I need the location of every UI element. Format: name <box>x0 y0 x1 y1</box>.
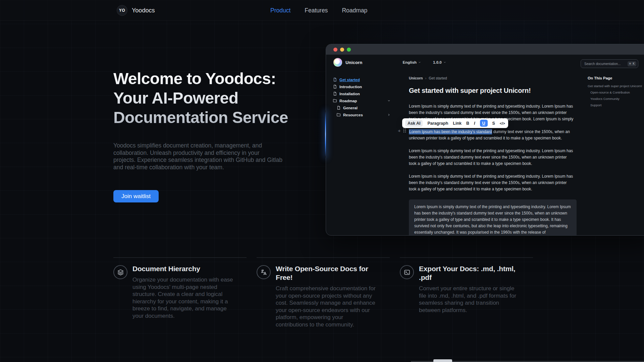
sidebar-item-label: Roadmap <box>339 99 357 103</box>
window-titlebar <box>326 44 644 55</box>
feature-body: Organize your documentation with ease us… <box>132 276 234 319</box>
breadcrumb-parent[interactable]: Unicorn <box>409 76 423 80</box>
folder-icon <box>336 113 341 117</box>
toc-title: On This Page <box>588 76 644 80</box>
document-icon <box>333 77 337 82</box>
nav-link-roadmap[interactable]: Roadmap <box>342 7 367 14</box>
window-minimize-button[interactable] <box>340 48 344 52</box>
link-button[interactable]: Link <box>453 121 462 126</box>
sidebar-item-label: Introduction <box>339 85 362 89</box>
doc-page-title: Get started with super project Unicorn! <box>409 87 577 95</box>
doc-paragraph-2[interactable]: Lorem Ipsum is simply dummy text of the … <box>409 148 574 167</box>
search-box[interactable]: ⌘ K <box>581 59 638 68</box>
feature-body: Convert your entire structure or single … <box>419 285 520 314</box>
feature-document-hierarchy: Document Hierarchy Organize your documen… <box>113 257 247 328</box>
feature-title: Export Your Docs: .md, .html, .pdf <box>419 264 520 282</box>
feature-text: Write Open-Source Docs for Free! Craft c… <box>276 264 377 328</box>
feature-text: Document Hierarchy Organize your documen… <box>132 264 234 319</box>
breadcrumb-separator-icon: › <box>425 76 427 80</box>
add-block-button[interactable]: + <box>398 128 401 133</box>
feature-export-docs: Export Your Docs: .md, .html, .pdf Conve… <box>400 257 533 328</box>
window-edge-glow <box>325 111 326 158</box>
brand-name: Yoodocs <box>132 7 155 14</box>
hero-title-line-3: Documentation Service <box>113 108 288 127</box>
search-input[interactable] <box>584 62 628 66</box>
doc-paragraph-3[interactable]: Lorem Ipsum is simply dummy text of the … <box>409 173 574 192</box>
brand-logo-icon: YO <box>117 5 127 16</box>
landing-page: YO Yoodocs Product Features Roadmap Welc… <box>0 0 644 362</box>
ask-ai-button[interactable]: Ask AI <box>405 120 423 127</box>
sidebar-item-general[interactable]: General <box>336 104 390 111</box>
docs-sidebar: Get started Introduction Installation Ro… <box>326 70 403 118</box>
toc-link-community[interactable]: Yoodocs Community <box>588 97 644 101</box>
version-dropdown-value: 1.0.0 <box>433 60 442 64</box>
sidebar-item-label: General <box>343 106 358 110</box>
app-window: Unicorn English 1.0.0 ⌘ K Get started In… <box>326 44 644 236</box>
sidebar-item-label: Resources <box>343 113 363 117</box>
chevron-down-icon <box>418 61 421 64</box>
window-close-button[interactable] <box>333 48 337 52</box>
next-section-peek-highlight <box>433 359 452 362</box>
doc-paragraph-selection[interactable]: Lorem Ipsum has been the industry's stan… <box>409 129 574 141</box>
version-dropdown[interactable]: 1.0.0 <box>433 60 446 64</box>
navbar: YO Yoodocs Product Features Roadmap <box>0 0 644 21</box>
feature-title: Document Hierarchy <box>132 264 234 273</box>
search-shortcut-badge: ⌘ K <box>628 61 636 66</box>
on-this-page: On This Page Get started with super proj… <box>588 70 644 107</box>
italic-button[interactable]: I <box>474 121 475 126</box>
sidebar-item-get-started[interactable]: Get started <box>333 76 390 83</box>
underline-button[interactable]: U <box>480 120 488 127</box>
folder-icon <box>333 99 337 103</box>
sidebar-item-label: Get started <box>339 78 360 82</box>
language-dropdown[interactable]: English <box>403 60 421 64</box>
breadcrumb-current[interactable]: Get started <box>429 76 447 80</box>
window-zoom-button[interactable] <box>347 48 351 52</box>
nav-link-features[interactable]: Features <box>305 7 328 14</box>
sidebar-item-installation[interactable]: Installation <box>333 90 390 97</box>
unicorn-avatar <box>333 58 342 67</box>
feature-body: Craft comprehensive documentation for yo… <box>276 285 377 328</box>
sidebar-item-resources[interactable]: Resources <box>336 111 390 118</box>
chevron-down-icon <box>443 61 446 64</box>
sidebar-item-roadmap[interactable]: Roadmap <box>333 97 390 104</box>
language-dropdown-value: English <box>403 60 417 64</box>
sidebar-item-introduction[interactable]: Introduction <box>333 83 390 90</box>
main-nav: Product Features Roadmap <box>270 0 367 21</box>
bold-button[interactable]: B <box>466 121 469 126</box>
hero-description: Yoodocs simplifies document creation, ma… <box>113 142 283 171</box>
formatting-toolbar: Ask AI Paragraph Link B I U S </> <box>402 118 508 128</box>
translate-icon <box>257 265 271 279</box>
feature-open-source-docs: Write Open-Source Docs for Free! Craft c… <box>257 257 390 328</box>
features-row: Document Hierarchy Organize your documen… <box>113 257 533 328</box>
paragraph-style-button[interactable]: Paragraph <box>427 121 448 126</box>
hero-title-line-1: Welcome to Yoodocs: <box>113 69 288 88</box>
sidebar-item-label: Installation <box>339 92 360 96</box>
strikethrough-button[interactable]: S <box>492 121 495 126</box>
layers-icon <box>113 265 127 279</box>
app-name: Unicorn <box>345 60 363 65</box>
document-icon <box>333 84 337 89</box>
join-waitlist-button[interactable]: Join waitlist <box>113 190 159 202</box>
chevron-right-icon <box>387 113 390 116</box>
nav-link-product[interactable]: Product <box>270 7 290 14</box>
feature-text: Export Your Docs: .md, .html, .pdf Conve… <box>419 264 520 314</box>
doc-callout-block[interactable]: Lorem Ipsum is simply dummy text of the … <box>409 199 577 236</box>
brand[interactable]: YO Yoodocs <box>117 0 155 21</box>
doc-content: Unicorn › Get started Get started with s… <box>409 70 577 236</box>
feature-title: Write Open-Source Docs for Free! <box>276 264 377 282</box>
code-button[interactable]: </> <box>500 121 505 125</box>
terminal-icon <box>400 265 414 279</box>
hero-title-line-2: Your AI-Powered <box>113 88 288 108</box>
selected-text: Lorem Ipsum has been the industry's stan… <box>409 129 492 134</box>
chevron-down-icon <box>387 99 390 102</box>
block-tools: + <box>398 128 407 133</box>
document-icon <box>333 92 337 96</box>
toc-link-open-source[interactable]: Open-source & Contribution <box>588 90 644 95</box>
hero-title: Welcome to Yoodocs: Your AI-Powered Docu… <box>113 69 288 127</box>
drag-handle-icon[interactable] <box>403 128 407 133</box>
toc-link-get-started[interactable]: Get started with super project Unicorn! <box>588 84 644 88</box>
toc-link-support[interactable]: Support <box>588 103 644 107</box>
breadcrumb: Unicorn › Get started <box>409 76 577 80</box>
document-icon <box>336 106 341 110</box>
